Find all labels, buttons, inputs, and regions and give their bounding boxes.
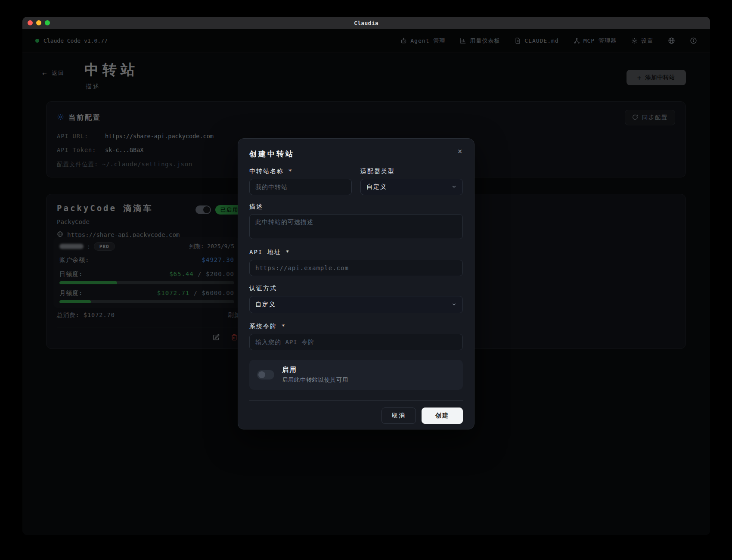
create-relay-modal: 创建中转站 × 中转站名称 * 适配器类型 自定义 描述 API 地址 * [238, 138, 475, 429]
modal-title: 创建中转站 [249, 149, 463, 159]
modal-divider [249, 400, 463, 401]
relay-description-textarea[interactable] [249, 214, 463, 239]
system-token-input[interactable] [249, 334, 463, 350]
auth-field-label: 认证方式 [249, 285, 463, 292]
close-icon[interactable]: × [454, 146, 465, 157]
auth-selected-value: 自定义 [255, 301, 276, 308]
create-button[interactable]: 创建 [422, 408, 463, 424]
auth-method-select[interactable]: 自定义 [249, 296, 463, 313]
close-window-button[interactable] [28, 20, 33, 25]
adapter-selected-value: 自定义 [366, 183, 387, 191]
chevron-down-icon [451, 301, 457, 309]
window-title: Claudia [354, 20, 378, 26]
desc-field-label: 描述 [249, 203, 463, 210]
api-field-label: API 地址 * [249, 249, 463, 256]
adapter-field-label: 适配器类型 [360, 168, 463, 175]
enable-title: 启用 [282, 366, 348, 374]
enable-description: 启用此中转站以使其可用 [282, 376, 348, 384]
enable-panel: 启用 启用此中转站以使其可用 [249, 360, 463, 390]
traffic-lights [28, 17, 50, 29]
toggle-knob [258, 371, 265, 378]
relay-name-input[interactable] [249, 179, 352, 195]
name-field-label: 中转站名称 * [249, 168, 352, 175]
token-field-label: 系统令牌 * [249, 323, 463, 330]
titlebar: Claudia [22, 17, 710, 29]
adapter-type-select[interactable]: 自定义 [360, 179, 463, 195]
api-address-input[interactable] [249, 260, 463, 276]
app-window: Claudia Claude Code v1.0.77 Agent 管理 用量仪… [22, 17, 710, 535]
enable-toggle[interactable] [257, 370, 274, 380]
maximize-window-button[interactable] [45, 20, 50, 25]
cancel-button[interactable]: 取消 [382, 408, 416, 424]
chevron-down-icon [451, 183, 457, 191]
minimize-window-button[interactable] [36, 20, 41, 25]
